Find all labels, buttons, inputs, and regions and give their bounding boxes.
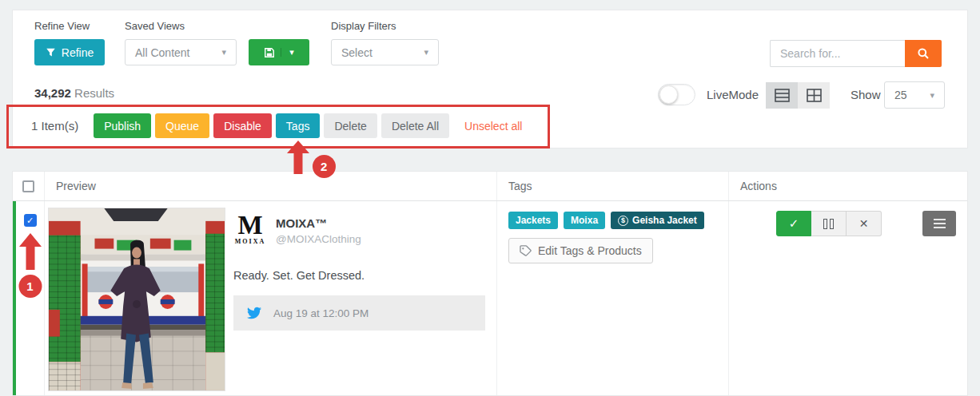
product-tag-badge[interactable]: $ Geisha Jacket xyxy=(611,212,704,229)
timestamp-bar: Aug 19 at 12:00 PM xyxy=(233,295,485,331)
list-view-icon xyxy=(775,89,790,102)
refine-view-label: Refine View xyxy=(34,20,105,32)
grid-view-button[interactable] xyxy=(798,82,830,109)
results-count: 34,292 xyxy=(34,86,71,100)
filter-icon xyxy=(46,47,56,57)
post-timestamp: Aug 19 at 12:00 PM xyxy=(273,307,368,319)
publish-button[interactable]: Publish xyxy=(94,113,151,138)
chevron-down-icon: ▾ xyxy=(281,48,294,57)
tag-icon xyxy=(520,245,532,257)
tag-badge[interactable]: Moixa xyxy=(564,212,605,229)
toolbar-panel: Refine View Refine Saved Views All Conte… xyxy=(12,10,968,148)
livemode-toggle[interactable] xyxy=(658,84,695,105)
post-body: M MOIXA MOIXA™ @MOIXAClothing Ready. Set… xyxy=(233,208,485,396)
twitter-icon xyxy=(245,306,263,320)
toggle-knob xyxy=(659,85,678,104)
search-group xyxy=(770,40,942,67)
author-names: MOIXA™ @MOIXAClothing xyxy=(276,214,361,245)
tags-button-label: Tags xyxy=(286,120,310,133)
close-icon: ✕ xyxy=(859,217,869,230)
chevron-down-icon: ▾ xyxy=(930,91,934,100)
brand-logo-text: MOIXA xyxy=(233,238,267,245)
row-checkbox[interactable]: ✓ xyxy=(24,214,37,227)
queue-pause-button[interactable] xyxy=(811,211,847,236)
livemode-control: LiveMode xyxy=(658,84,759,105)
tag-badges: Jackets Moixa $ Geisha Jacket xyxy=(508,212,717,229)
search-input[interactable] xyxy=(770,40,905,67)
saved-views-label: Saved Views xyxy=(125,20,185,32)
table-header-row: Preview Tags Actions xyxy=(13,172,967,201)
row-select-cell: ✓ 1 xyxy=(16,201,45,396)
tags-button[interactable]: Tags 2 xyxy=(276,113,321,138)
show-label: Show xyxy=(851,88,881,101)
list-view-button[interactable] xyxy=(766,82,798,109)
results-label: Results xyxy=(74,86,114,100)
author-row: M MOIXA MOIXA™ @MOIXAClothing xyxy=(233,214,485,245)
reject-button[interactable]: ✕ xyxy=(847,211,882,236)
display-filters-field: Display Filters xyxy=(331,20,396,39)
unselect-all-link[interactable]: Unselect all xyxy=(464,120,522,133)
view-mode-toggle xyxy=(766,82,830,109)
results-summary: 34,292 Results xyxy=(34,86,114,100)
annotation-arrow-1 xyxy=(19,233,42,273)
author-name: MOIXA™ xyxy=(276,214,361,230)
row-menu-button[interactable] xyxy=(922,211,956,236)
menu-icon xyxy=(934,219,946,220)
header-preview: Preview xyxy=(45,172,497,200)
delete-all-button[interactable]: Delete All xyxy=(381,113,449,138)
tag-badge[interactable]: Jackets xyxy=(508,212,558,229)
tags-cell: Jackets Moixa $ Geisha Jacket Edit Tags … xyxy=(497,201,729,396)
brand-logo-letter: M xyxy=(233,214,267,236)
refine-view-field: Refine View Refine xyxy=(34,20,105,65)
search-button[interactable] xyxy=(905,40,942,67)
brand-logo: M MOIXA xyxy=(233,214,267,245)
content-manager-screen: Refine View Refine Saved Views All Conte… xyxy=(0,0,980,396)
edit-tags-button-label: Edit Tags & Products xyxy=(538,244,642,257)
header-actions: Actions xyxy=(729,172,967,200)
save-icon xyxy=(264,47,275,58)
livemode-label: LiveMode xyxy=(707,88,759,101)
save-view-button[interactable]: ▾ xyxy=(249,39,309,65)
display-filters-select[interactable]: Select ▾ xyxy=(331,39,439,65)
saved-views-field: Saved Views xyxy=(125,20,185,39)
search-icon xyxy=(917,47,930,60)
author-handle: @MOIXAClothing xyxy=(276,233,361,245)
bulk-action-bar: 1 Item(s) Publish Queue Disable Tags 2 D… xyxy=(31,113,522,138)
select-all-checkbox[interactable] xyxy=(22,180,34,192)
grid-view-icon xyxy=(807,89,822,102)
header-tags: Tags xyxy=(497,172,729,200)
check-icon: ✓ xyxy=(789,216,799,231)
product-tag-label: Geisha Jacket xyxy=(632,215,697,226)
actions-cell: ✓ ✕ xyxy=(729,201,967,396)
moderation-button-group: ✓ ✕ xyxy=(776,211,882,236)
select-all-cell xyxy=(13,172,45,200)
approve-button[interactable]: ✓ xyxy=(776,211,811,236)
preview-cell: M MOIXA MOIXA™ @MOIXAClothing Ready. Set… xyxy=(45,201,497,396)
dollar-circle-icon: $ xyxy=(618,216,628,226)
display-filters-label: Display Filters xyxy=(331,20,396,32)
table-row: ✓ 1 xyxy=(13,201,967,396)
refine-button[interactable]: Refine xyxy=(34,39,105,65)
page-size-select[interactable]: 25 ▾ xyxy=(884,81,945,109)
saved-views-select[interactable]: All Content ▾ xyxy=(125,39,237,65)
edit-tags-button[interactable]: Edit Tags & Products xyxy=(508,238,653,263)
annotation-step-1: 1 xyxy=(18,275,42,298)
chevron-down-icon: ▾ xyxy=(424,48,428,57)
check-icon: ✓ xyxy=(26,216,34,226)
queue-button[interactable]: Queue xyxy=(155,113,209,138)
post-text: Ready. Set. Get Dressed. xyxy=(233,269,485,282)
display-filters-value: Select xyxy=(341,46,372,59)
content-table: Preview Tags Actions ✓ 1 xyxy=(12,171,968,396)
saved-views-value: All Content xyxy=(135,46,189,59)
pause-icon xyxy=(823,219,834,229)
post-photo xyxy=(48,208,225,391)
chevron-down-icon: ▾ xyxy=(221,48,226,57)
page-size-value: 25 xyxy=(894,89,907,101)
disable-button[interactable]: Disable xyxy=(213,113,272,138)
delete-button[interactable]: Delete xyxy=(324,113,376,138)
selected-count: 1 Item(s) xyxy=(31,119,78,133)
refine-button-label: Refine xyxy=(62,46,94,59)
